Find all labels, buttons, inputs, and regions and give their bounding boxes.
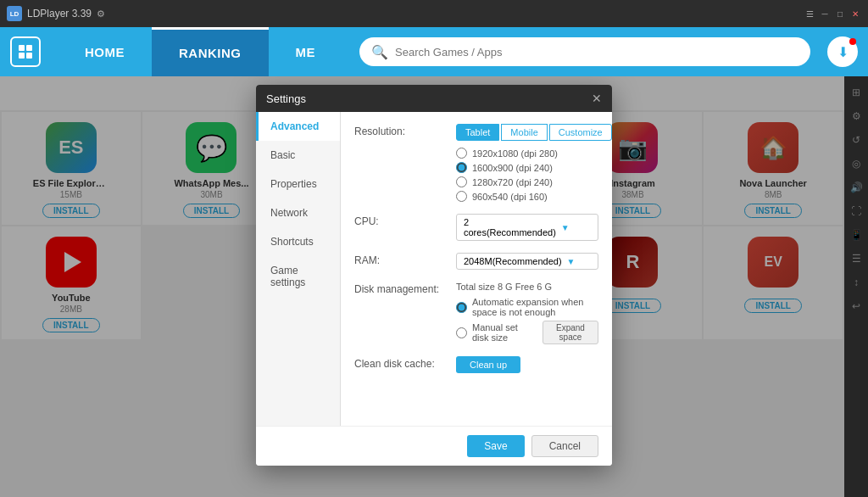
save-btn[interactable]: Save (467, 435, 524, 457)
disk-manual[interactable]: Manual set disk size Expand space (456, 321, 598, 344)
ram-label: RAM: (354, 253, 448, 266)
svg-rect-3 (26, 53, 32, 59)
nav-bar: HOME RANKING ME 🔍 ⬇ (0, 27, 868, 76)
maximize-btn[interactable]: □ (834, 8, 846, 20)
resolution-row: Resolution: Tablet Mobile Customize 1920 (354, 124, 598, 202)
clean-row: Clean disk cache: Clean up (354, 356, 598, 373)
settings-footer: Save Cancel (256, 426, 612, 466)
ram-controls: 2048M(Recommended) ▼ (456, 253, 598, 270)
ram-value: 2048M(Recommended) (464, 256, 562, 266)
resolution-label: Resolution: (354, 124, 448, 137)
disk-auto-expand[interactable]: Automatic expansion when space is not en… (456, 297, 598, 317)
hamburger-btn[interactable]: ☰ (804, 8, 815, 20)
settings-close-btn[interactable]: ✕ (592, 92, 602, 105)
search-icon: 🔍 (371, 44, 388, 60)
title-bar: LD LDPlayer 3.39 ⚙ ☰ ─ □ ✕ (0, 0, 868, 27)
disk-label: Disk management: (354, 282, 448, 295)
clean-label: Clean disk cache: (354, 356, 448, 370)
svg-rect-0 (19, 45, 25, 51)
res-option-960[interactable]: 960x540 (dpi 160) (456, 191, 612, 202)
ram-row: RAM: 2048M(Recommended) ▼ (354, 253, 598, 270)
cpu-label: CPU: (354, 214, 448, 227)
res-tab-customize[interactable]: Customize (549, 124, 612, 141)
settings-dialog: Settings ✕ Advanced Basic Properties Net… (256, 85, 612, 466)
settings-content: Resolution: Tablet Mobile Customize 1920 (341, 112, 612, 426)
clean-controls: Clean up (456, 356, 598, 373)
main-content: TOP GAMES TOP APPS ES ES File Explorer..… (0, 76, 868, 497)
settings-title: Settings (266, 92, 306, 105)
res-option-1600[interactable]: 1600x900 (dpi 240) (456, 162, 612, 173)
settings-sidebar-network[interactable]: Network (256, 198, 340, 227)
download-btn[interactable]: ⬇ (827, 36, 858, 67)
search-input[interactable] (395, 46, 798, 59)
close-btn[interactable]: ✕ (849, 8, 861, 20)
disk-controls: Total size 8 G Free 6 G Automatic expans… (456, 282, 598, 344)
ram-dropdown-arrow: ▼ (567, 257, 591, 266)
settings-body: Advanced Basic Properties Network Shortc… (256, 112, 612, 426)
modal-overlay: Settings ✕ Advanced Basic Properties Net… (0, 76, 868, 497)
disk-auto-label: Automatic expansion when space is not en… (472, 297, 598, 317)
disk-options: Automatic expansion when space is not en… (456, 297, 598, 344)
res-option-1920[interactable]: 1920x1080 (dpi 280) (456, 148, 612, 159)
search-box: 🔍 (359, 37, 810, 66)
cleanup-btn[interactable]: Clean up (456, 356, 520, 373)
res-option-1920-label: 1920x1080 (dpi 280) (472, 148, 558, 159)
resolution-controls: Tablet Mobile Customize 1920x1080 (dpi 2… (456, 124, 612, 202)
download-icon: ⬇ (837, 44, 849, 60)
cancel-btn[interactable]: Cancel (531, 435, 598, 457)
settings-sidebar-properties[interactable]: Properties (256, 170, 340, 198)
nav-tab-home[interactable]: HOME (58, 27, 152, 76)
res-option-1280-label: 1280x720 (dpi 240) (472, 177, 553, 187)
disk-row: Disk management: Total size 8 G Free 6 G… (354, 282, 598, 344)
svg-rect-1 (26, 45, 32, 51)
nav-tab-me[interactable]: ME (269, 27, 343, 76)
res-option-960-label: 960x540 (dpi 160) (472, 192, 548, 202)
resolution-options: 1920x1080 (dpi 280) 1600x900 (dpi 240) 1… (456, 148, 612, 202)
resolution-tabs: Tablet Mobile Customize (456, 124, 612, 141)
nav-logo[interactable] (10, 36, 41, 67)
app-title: LDPlayer 3.39 (27, 8, 92, 20)
res-tab-mobile[interactable]: Mobile (501, 124, 547, 141)
minimize-btn[interactable]: ─ (819, 8, 831, 20)
title-bar-left: LD LDPlayer 3.39 ⚙ (7, 6, 105, 21)
app-logo: LD (7, 6, 22, 21)
settings-sidebar-advanced[interactable]: Advanced (256, 112, 340, 141)
settings-title-bar: Settings ✕ (256, 85, 612, 112)
disk-manual-label: Manual set disk size (472, 322, 531, 343)
res-option-1600-label: 1600x900 (dpi 240) (472, 163, 553, 173)
settings-sidebar-shortcuts[interactable]: Shortcuts (256, 227, 340, 256)
svg-rect-2 (19, 53, 25, 59)
notification-dot (849, 38, 856, 45)
cpu-value: 2 cores(Recommended) (464, 217, 556, 237)
cpu-controls: 2 cores(Recommended) ▼ (456, 214, 598, 241)
expand-space-btn[interactable]: Expand space (542, 321, 598, 344)
settings-sidebar: Advanced Basic Properties Network Shortc… (256, 112, 341, 426)
settings-sidebar-basic[interactable]: Basic (256, 141, 340, 170)
cpu-row: CPU: 2 cores(Recommended) ▼ (354, 214, 598, 241)
ram-dropdown[interactable]: 2048M(Recommended) ▼ (456, 253, 598, 270)
res-tab-tablet[interactable]: Tablet (456, 124, 499, 141)
cpu-dropdown[interactable]: 2 cores(Recommended) ▼ (456, 214, 598, 241)
nav-logo-icon (17, 43, 34, 60)
nav-tab-ranking[interactable]: RANKING (152, 27, 269, 76)
disk-info: Total size 8 G Free 6 G (456, 282, 598, 292)
title-icon: ⚙ (97, 8, 105, 20)
window-controls: ☰ ─ □ ✕ (804, 8, 861, 20)
settings-sidebar-game-settings[interactable]: Game settings (256, 256, 340, 297)
res-option-1280[interactable]: 1280x720 (dpi 240) (456, 176, 612, 187)
cpu-dropdown-arrow: ▼ (561, 223, 591, 232)
